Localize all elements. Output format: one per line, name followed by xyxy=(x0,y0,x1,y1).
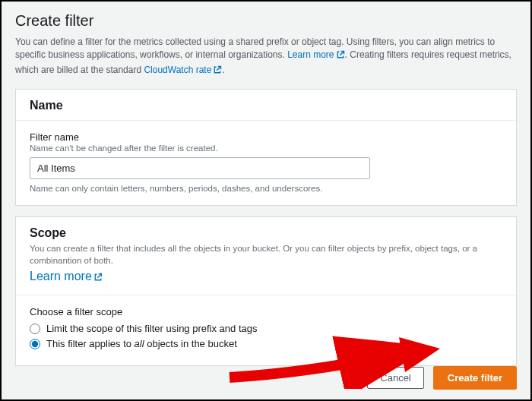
create-filter-button[interactable]: Create filter xyxy=(433,366,517,390)
external-link-icon xyxy=(93,271,103,285)
name-panel-body: Filter name Name can't be changed after … xyxy=(16,121,516,205)
external-link-icon xyxy=(336,50,345,63)
scope-panel-body: Choose a filter scope Limit the scope of… xyxy=(16,295,516,365)
scope-all-after: objects in the bucket xyxy=(144,338,237,349)
cloudwatch-rate-label: CloudWatch rate xyxy=(144,65,211,75)
page-title: Create filter xyxy=(15,12,517,30)
scope-option-limit-label: Limit the scope of this filter using pre… xyxy=(46,323,257,334)
scope-option-all[interactable]: This filter applies to all objects in th… xyxy=(30,338,502,349)
scope-all-before: This filter applies to xyxy=(46,338,135,349)
intro-text: You can define a filter for the metrics … xyxy=(15,36,517,78)
learn-more-link[interactable]: Learn more xyxy=(287,49,344,60)
filter-name-input[interactable] xyxy=(30,157,370,179)
name-heading: Name xyxy=(30,99,502,112)
intro-end: . xyxy=(222,65,224,75)
name-panel: Name Filter name Name can't be changed a… xyxy=(15,89,517,206)
scope-radio-limit[interactable] xyxy=(30,324,40,334)
scope-learn-more-link[interactable]: Learn more xyxy=(30,270,103,283)
filter-name-helper: Name can't be changed after the filter i… xyxy=(30,144,502,153)
scope-heading: Scope xyxy=(30,226,502,240)
learn-more-label: Learn more xyxy=(287,49,334,60)
name-panel-header: Name xyxy=(16,90,516,121)
scope-radio-all[interactable] xyxy=(30,339,40,349)
scope-learn-more-label: Learn more xyxy=(30,270,92,283)
scope-all-ital: all xyxy=(135,338,144,349)
choose-scope-label: Choose a filter scope xyxy=(30,306,502,317)
external-link-icon xyxy=(213,65,222,78)
filter-name-note: Name can only contain letters, numbers, … xyxy=(30,184,502,193)
scope-panel-header: Scope You can create a filter that inclu… xyxy=(16,217,516,295)
scope-option-all-label: This filter applies to all objects in th… xyxy=(46,338,237,349)
cloudwatch-rate-link[interactable]: CloudWatch rate xyxy=(144,65,222,75)
filter-name-label: Filter name xyxy=(30,131,502,143)
scope-panel: Scope You can create a filter that inclu… xyxy=(15,216,517,366)
cancel-button[interactable]: Cancel xyxy=(367,367,423,389)
actions-row: Cancel Create filter xyxy=(367,366,517,390)
scope-sub: You can create a filter that includes al… xyxy=(30,242,502,267)
scope-option-limit[interactable]: Limit the scope of this filter using pre… xyxy=(30,323,502,334)
